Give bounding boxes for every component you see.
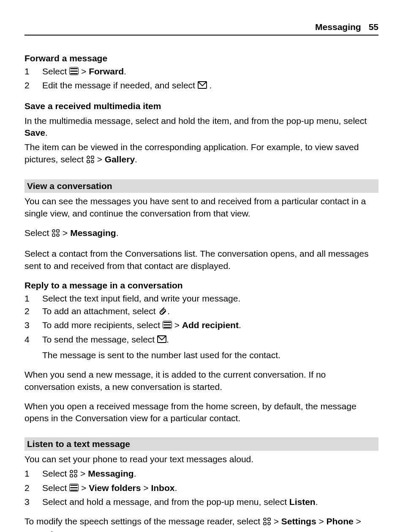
apps-icon	[69, 469, 78, 481]
step-body: Select the text input field, and write y…	[42, 293, 378, 304]
step-number: 3	[25, 496, 42, 508]
attachment-icon	[158, 306, 167, 318]
section-listen-text-message: Listen to a text message	[25, 437, 378, 451]
header-title: Messaging	[315, 21, 361, 33]
step-number: 2	[25, 80, 42, 91]
paragraph: When you open a received message from th…	[25, 400, 378, 425]
step-number: 3	[25, 319, 42, 331]
section-view-conversation: View a conversation	[25, 179, 378, 193]
step-body: To send the message, select .	[42, 334, 378, 347]
paragraph: Select a contact from the Conversations …	[25, 248, 378, 272]
heading-forward-message: Forward a message	[25, 52, 378, 64]
forward-steps: 1 Select > Forward. 2 Edit the message i…	[25, 66, 378, 93]
step-body: Select > Forward.	[42, 66, 378, 79]
paragraph: The item can be viewed in the correspond…	[25, 141, 378, 167]
page: Messaging 55 Forward a message 1 Select …	[0, 0, 403, 532]
step-body: Edit the message if needed, and select .	[42, 80, 378, 93]
reply-steps: 1 Select the text input field, and write…	[25, 293, 378, 347]
heading-reply-conversation: Reply to a message in a conversation	[25, 280, 378, 291]
step-body: To add more recipients, select > Add rec…	[42, 319, 378, 332]
send-icon	[157, 335, 166, 347]
step-number: 1	[25, 66, 42, 77]
step-number: 1	[25, 293, 42, 304]
step-body: Select > Messaging.	[42, 468, 378, 481]
paragraph: In the multimedia message, select and ho…	[25, 115, 378, 139]
header-page-number: 55	[369, 21, 378, 33]
paragraph: You can set your phone to read your text…	[25, 453, 378, 465]
step-note: The message is sent to the number last u…	[42, 349, 378, 361]
step-body: Select and hold a message, and from the …	[42, 496, 378, 508]
paragraph: Select > Messaging.	[25, 227, 378, 240]
step-number: 2	[25, 482, 42, 494]
apps-icon	[52, 228, 60, 240]
paragraph: When you send a new message, it is added…	[25, 369, 378, 393]
apps-icon	[263, 517, 271, 529]
listen-steps: 1 Select > Messaging. 2 Select > View fo…	[25, 468, 378, 508]
step-number: 4	[25, 334, 42, 346]
step-body: To add an attachment, select .	[42, 305, 378, 318]
step-number: 1	[25, 468, 42, 480]
paragraph: To modify the speech settings of the mes…	[25, 516, 378, 532]
send-icon	[198, 80, 207, 93]
apps-icon	[86, 155, 95, 167]
heading-save-multimedia: Save a received multimedia item	[25, 100, 378, 112]
paragraph: You can see the messages you have sent t…	[25, 195, 378, 219]
step-body: Select > View folders > Inbox.	[42, 482, 378, 495]
page-header: Messaging 55	[25, 21, 378, 36]
step-number: 2	[25, 305, 42, 317]
menu-icon	[69, 66, 79, 79]
menu-icon	[163, 320, 172, 332]
menu-icon	[69, 483, 79, 495]
